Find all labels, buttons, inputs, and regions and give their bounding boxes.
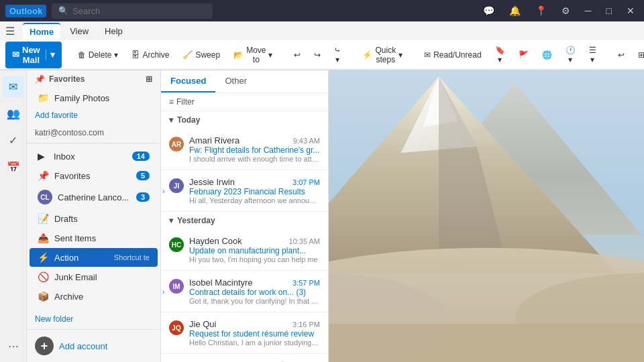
undo2-button[interactable]: ↩ (612, 48, 630, 62)
jie-subject: Request for student résumé review (189, 329, 320, 339)
archive-label: Archive (54, 292, 150, 302)
flag-button[interactable]: 🚩 (513, 48, 534, 62)
email-list: Focused Other ≡ Filter ▾ Today AR Amari … (161, 70, 329, 362)
sidebar-inbox[interactable]: ▶ Inbox 14 (30, 147, 158, 166)
layout-icon[interactable]: ⊞ (146, 74, 152, 84)
inbox-badge: 14 (132, 152, 150, 161)
tab-focused[interactable]: Focused (161, 70, 215, 93)
action-label: Action (54, 253, 109, 263)
new-mail-dropdown-icon[interactable]: ▾ (46, 50, 55, 60)
tab-home[interactable]: Home (23, 23, 60, 40)
grid-button[interactable]: ⊞ (633, 48, 644, 62)
bell-icon-btn[interactable]: 🔔 (505, 4, 525, 17)
catherine-avatar: CL (38, 190, 52, 204)
sweep-button[interactable]: 🧹 Sweep (177, 48, 225, 62)
forward-button[interactable]: ⤷ ▾ (329, 43, 346, 67)
yesterday-section-header[interactable]: ▾ Yesterday (161, 212, 328, 229)
email-item-jie[interactable]: JQ Jie Qui 3:16 PM Request for student r… (161, 312, 328, 354)
hayden-subject: Update on manufacturing plant... (189, 246, 320, 255)
jie-sender: Jie Qui (189, 319, 216, 329)
tab-other[interactable]: Other (215, 70, 256, 93)
junk-label: Junk Email (54, 272, 150, 282)
new-mail-button[interactable]: ✉ New Mail ▾ (5, 42, 62, 68)
sidebar-sent[interactable]: 📤 Sent Items (30, 229, 158, 247)
move-to-button[interactable]: 📂 Move to ▾ (228, 43, 278, 67)
ribbon: ☰ Home View Help ✉ New Mail ▾ 🗑 Delete ▾… (0, 21, 644, 70)
search-input[interactable] (72, 6, 193, 16)
email-tabs: Focused Other (161, 70, 328, 93)
today-label: Today (177, 115, 200, 125)
read-unread-button[interactable]: ✉ Read/Unread (419, 48, 486, 62)
jie-time: 3:16 PM (292, 320, 320, 328)
tags-button[interactable]: 🔖 ▾ (490, 43, 511, 67)
quick-steps-button[interactable]: ⚡ Quick steps ▾ (357, 43, 408, 67)
add-account-label: Add account (59, 341, 107, 351)
app-logo: Outlook (5, 5, 46, 17)
add-favorite-link[interactable]: Add favorite (27, 108, 160, 123)
today-section-header[interactable]: ▾ Today (161, 111, 328, 129)
folder-icon: 📁 (38, 93, 49, 103)
svg-rect-9 (329, 324, 644, 362)
email-item-omar[interactable]: OB Omar Bennett 📎 1:42 PM Tailwinds (New… (161, 354, 328, 362)
email-item-jessie[interactable]: › JI Jessie Irwin 3:07 PM February 2023 … (161, 170, 328, 212)
ribbon-actions: ✉ New Mail ▾ 🗑 Delete ▾ 🗄 Archive 🧹 Swee… (0, 40, 644, 70)
email-item-isobel[interactable]: › IM Isobel Macintyre 3:57 PM Contract d… (161, 271, 328, 312)
restore-button[interactable]: □ (602, 4, 616, 17)
nav-tasks[interactable]: ✓ (3, 129, 24, 151)
chat-icon-btn[interactable]: 💬 (479, 4, 498, 17)
jessie-sender: Jessie Irwin (189, 177, 235, 187)
amari-time: 9:43 AM (293, 137, 320, 145)
delete-button[interactable]: 🗑 Delete ▾ (72, 48, 124, 62)
jie-avatar: JQ (169, 320, 184, 335)
hayden-sender: Hayden Cook (189, 236, 242, 246)
sidebar-action[interactable]: ⚡ Action Shortcut te (30, 248, 158, 267)
nav-people[interactable]: 👥 (3, 103, 24, 124)
favorites-expand-icon: 📌 (38, 170, 49, 181)
add-account-item[interactable]: + Add account (27, 329, 160, 362)
favorites-item-label: Favorites (54, 171, 131, 181)
archive-button[interactable]: 🗄 Archive (126, 48, 174, 62)
sent-label: Sent Items (54, 233, 150, 243)
undo-button[interactable]: ↩ (288, 48, 306, 62)
shortcut-label: Shortcut te (114, 253, 150, 261)
amari-body: Amari Rivera 9:43 AM Fw: Flight details … (189, 135, 320, 163)
email-item-hayden[interactable]: HC Hayden Cook 10:35 AM Update on manufa… (161, 229, 328, 271)
new-mail-icon: ✉ (12, 50, 19, 60)
jessie-chevron: › (162, 187, 164, 194)
amari-sender: Amari Rivera (189, 135, 239, 145)
sidebar-junk[interactable]: 🚫 Junk Email (30, 267, 158, 286)
hamburger-menu[interactable]: ☰ (5, 25, 15, 38)
sidebar-family-photos[interactable]: 📁 Family Photos (30, 88, 158, 107)
translate-button[interactable]: 🌐 (537, 48, 557, 62)
reading-pane (329, 70, 644, 362)
nav-apps[interactable]: ⋯ (3, 335, 24, 357)
today-collapse-icon: ▾ (169, 115, 173, 125)
new-folder-link[interactable]: New folder (27, 312, 160, 326)
sidebar: 📌 Favorites ⊞ 📁 Family Photos Add favori… (27, 70, 161, 362)
redo-button[interactable]: ↪ (309, 48, 326, 62)
yesterday-collapse-icon: ▾ (169, 216, 173, 225)
location-icon-btn[interactable]: 📍 (531, 4, 551, 17)
timer-button[interactable]: 🕐 ▾ (560, 43, 581, 67)
filter-icon: ≡ (169, 97, 174, 107)
nav-calendar[interactable]: 📅 (3, 156, 24, 178)
tab-help[interactable]: Help (98, 23, 129, 39)
tab-view[interactable]: View (63, 23, 95, 39)
jessie-time: 3:07 PM (292, 178, 320, 186)
view-options-button[interactable]: ☰ ▾ (584, 43, 602, 67)
sidebar-archive[interactable]: 📦 Archive (30, 287, 158, 306)
sidebar-favorites[interactable]: 📌 Favorites 5 (30, 166, 158, 185)
minimize-button[interactable]: ─ (581, 4, 596, 17)
isobel-subject: Contract details for work on... (3) (189, 288, 320, 297)
jessie-preview: Hi all, Yesterday afternoon we announced… (189, 196, 320, 204)
sidebar-catherine[interactable]: CL Catherine Lanco... 3 (30, 186, 158, 208)
nav-mail[interactable]: ✉ (3, 76, 24, 97)
close-button[interactable]: ✕ (623, 4, 639, 17)
email-item-amari[interactable]: AR Amari Rivera 9:43 AM Fw: Flight detai… (161, 129, 328, 170)
email-filter[interactable]: ≡ Filter (161, 93, 328, 111)
favorites-header: 📌 Favorites ⊞ (27, 70, 160, 88)
jessie-avatar: JI (169, 178, 184, 193)
search-box[interactable]: 🔍 (52, 3, 213, 19)
sidebar-drafts[interactable]: 📝 Drafts (30, 209, 158, 228)
settings-icon-btn[interactable]: ⚙ (557, 4, 574, 17)
